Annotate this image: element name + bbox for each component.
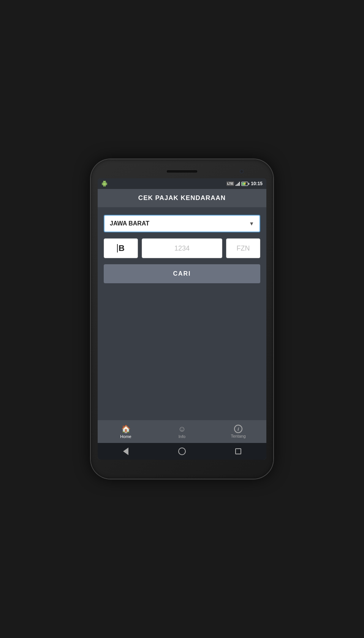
battery-icon: ⚡ bbox=[241, 182, 249, 186]
plate-number-input[interactable]: 1234 bbox=[142, 238, 222, 258]
status-right: LTE ⚡ 10:15 bbox=[226, 181, 263, 186]
bottom-nav: 🏠 Home ☺ Info i Tentang bbox=[98, 420, 266, 443]
recents-button[interactable] bbox=[234, 447, 243, 456]
status-bar: LTE ⚡ 10:15 bbox=[98, 178, 266, 189]
plate-inputs-row: B 1234 FZN bbox=[104, 238, 260, 258]
cursor bbox=[117, 244, 118, 252]
app-title: CEK PAJAK KENDARAAN bbox=[104, 194, 260, 202]
lte-badge: LTE bbox=[226, 181, 234, 186]
plate-suffix-input[interactable]: FZN bbox=[226, 238, 260, 258]
back-triangle-icon bbox=[123, 448, 128, 455]
nav-label-info: Info bbox=[179, 434, 185, 439]
province-selected-label: JAWA BARAT bbox=[110, 220, 149, 227]
nav-item-home[interactable]: 🏠 Home bbox=[98, 420, 154, 443]
app-bar: CEK PAJAK KENDARAAN bbox=[98, 189, 266, 207]
plate-prefix-input[interactable]: B bbox=[104, 238, 138, 258]
info-icon: ☺ bbox=[178, 425, 186, 433]
phone-frame: LTE ⚡ 10:15 CEK PAJAK KEN bbox=[91, 159, 273, 479]
home-button[interactable] bbox=[177, 447, 187, 456]
status-left bbox=[101, 181, 108, 187]
home-icon: 🏠 bbox=[121, 424, 131, 433]
signal-icon bbox=[236, 181, 240, 186]
speaker-grille bbox=[167, 170, 197, 173]
time-display: 10:15 bbox=[251, 181, 263, 186]
recents-square-icon bbox=[235, 448, 241, 454]
android-icon bbox=[101, 181, 108, 187]
plate-suffix-placeholder: FZN bbox=[237, 244, 250, 252]
android-system-bar bbox=[98, 443, 266, 460]
nav-item-info[interactable]: ☺ Info bbox=[154, 420, 210, 443]
phone-bottom bbox=[98, 461, 266, 472]
phone-screen: LTE ⚡ 10:15 CEK PAJAK KEN bbox=[98, 178, 266, 460]
nav-label-home: Home bbox=[120, 434, 131, 439]
province-dropdown[interactable]: JAWA BARAT ▼ bbox=[104, 215, 260, 232]
tentang-icon: i bbox=[234, 425, 242, 433]
nav-label-tentang: Tentang bbox=[231, 434, 245, 438]
phone-top bbox=[98, 166, 266, 177]
dropdown-arrow-icon: ▼ bbox=[249, 221, 254, 227]
nav-item-tentang[interactable]: i Tentang bbox=[210, 420, 266, 443]
front-camera bbox=[240, 170, 244, 173]
back-button[interactable] bbox=[121, 447, 130, 456]
search-button[interactable]: CARI bbox=[104, 264, 260, 283]
main-content: JAWA BARAT ▼ B 1234 FZN CARI bbox=[98, 207, 266, 420]
home-circle-icon bbox=[178, 448, 186, 455]
content-empty-area bbox=[104, 289, 260, 413]
plate-number-placeholder: 1234 bbox=[174, 244, 190, 252]
